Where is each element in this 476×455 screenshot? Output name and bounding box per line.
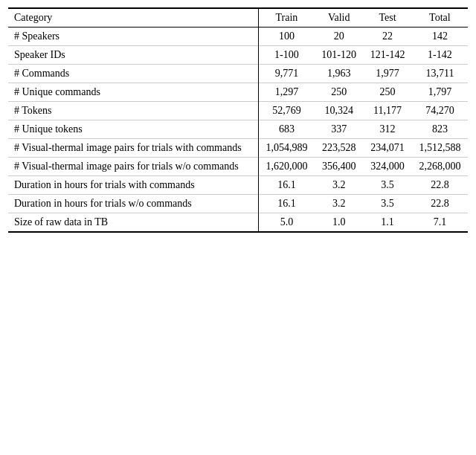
data-table: Category Train Valid Test Total # Speake…: [8, 7, 468, 233]
cell-train: 16.1: [258, 176, 315, 195]
table-row: # Visual-thermal image pairs for trials …: [8, 139, 468, 158]
header-valid: Valid: [315, 8, 363, 28]
table-row: Duration in hours for trials w/o command…: [8, 195, 468, 213]
cell-valid: 1,963: [315, 65, 363, 83]
table-row: # Speakers1002022142: [8, 28, 468, 46]
cell-train: 16.1: [258, 195, 315, 213]
cell-test: 22: [363, 28, 411, 46]
cell-valid: 3.2: [315, 195, 363, 213]
cell-total: 1,512,588: [412, 139, 468, 158]
cell-category: # Unique commands: [8, 83, 258, 102]
cell-test: 1.1: [363, 213, 411, 233]
cell-category: Duration in hours for trials w/o command…: [8, 195, 258, 213]
cell-category: # Unique tokens: [8, 120, 258, 139]
cell-test: 3.5: [363, 195, 411, 213]
cell-category: # Commands: [8, 65, 258, 83]
cell-total: 2,268,000: [412, 158, 468, 176]
cell-valid: 1.0: [315, 213, 363, 233]
cell-total: 13,711: [412, 65, 468, 83]
cell-train: 9,771: [258, 65, 315, 83]
cell-total: 1-142: [412, 46, 468, 65]
table-row: # Commands9,7711,9631,97713,711: [8, 65, 468, 83]
cell-category: # Visual-thermal image pairs for trials …: [8, 139, 258, 158]
table-row: Duration in hours for trials with comman…: [8, 176, 468, 195]
table-row: # Unique commands1,2972502501,797: [8, 83, 468, 102]
cell-total: 142: [412, 28, 468, 46]
cell-category: Size of raw data in TB: [8, 213, 258, 233]
cell-valid: 3.2: [315, 176, 363, 195]
table-row: Speaker IDs1-100101-120121-1421-142: [8, 46, 468, 65]
cell-test: 250: [363, 83, 411, 102]
cell-valid: 356,400: [315, 158, 363, 176]
cell-test: 3.5: [363, 176, 411, 195]
cell-train: 1-100: [258, 46, 315, 65]
cell-total: 74,270: [412, 102, 468, 120]
cell-total: 7.1: [412, 213, 468, 233]
cell-category: # Visual-thermal image pairs for trials …: [8, 158, 258, 176]
cell-valid: 20: [315, 28, 363, 46]
cell-train: 1,297: [258, 83, 315, 102]
cell-test: 11,177: [363, 102, 411, 120]
cell-total: 22.8: [412, 176, 468, 195]
cell-test: 1,977: [363, 65, 411, 83]
cell-test: 234,071: [363, 139, 411, 158]
cell-test: 121-142: [363, 46, 411, 65]
cell-total: 1,797: [412, 83, 468, 102]
cell-valid: 250: [315, 83, 363, 102]
table-row: # Tokens52,76910,32411,17774,270: [8, 102, 468, 120]
cell-total: 22.8: [412, 195, 468, 213]
cell-category: # Tokens: [8, 102, 258, 120]
cell-train: 5.0: [258, 213, 315, 233]
header-test: Test: [363, 8, 411, 28]
cell-total: 823: [412, 120, 468, 139]
cell-test: 312: [363, 120, 411, 139]
table-row: # Unique tokens683337312823: [8, 120, 468, 139]
table-row: Size of raw data in TB5.01.01.17.1: [8, 213, 468, 233]
cell-train: 52,769: [258, 102, 315, 120]
cell-valid: 101-120: [315, 46, 363, 65]
table-row: # Visual-thermal image pairs for trials …: [8, 158, 468, 176]
cell-train: 1,620,000: [258, 158, 315, 176]
cell-valid: 337: [315, 120, 363, 139]
header-row: Category Train Valid Test Total: [8, 8, 468, 28]
cell-train: 683: [258, 120, 315, 139]
cell-valid: 10,324: [315, 102, 363, 120]
cell-category: Speaker IDs: [8, 46, 258, 65]
cell-valid: 223,528: [315, 139, 363, 158]
table-container: Category Train Valid Test Total # Speake…: [8, 7, 468, 233]
cell-test: 324,000: [363, 158, 411, 176]
header-total: Total: [412, 8, 468, 28]
cell-category: Duration in hours for trials with comman…: [8, 176, 258, 195]
cell-train: 1,054,989: [258, 139, 315, 158]
cell-category: # Speakers: [8, 28, 258, 46]
header-category: Category: [8, 8, 258, 28]
header-train: Train: [258, 8, 315, 28]
cell-train: 100: [258, 28, 315, 46]
